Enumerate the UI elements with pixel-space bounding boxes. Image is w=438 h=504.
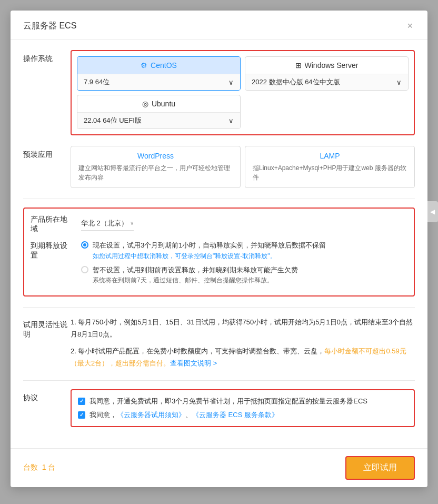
agreement-link-2[interactable]: 《云服务器 ECS 服务条款》 <box>192 411 278 419</box>
trial-button[interactable]: 立即试用 <box>345 456 415 480</box>
lamp-desc: 指Linux+Apache+Mysql+PHP用于建立web 服务器的软件 <box>253 163 407 182</box>
os-card-windows[interactable]: ⊞ Windows Server 2022 数据中心版 64位中文版 ∨ <box>245 56 409 91</box>
modal-body: 操作系统 ⚙ CentOS 7.9 64位 ∨ <box>11 39 427 448</box>
release-auto-text: 现在设置，试用3个月到期前1小时，自动释放实例，并知晓释放后数据不保留 <box>93 240 326 251</box>
agreement-item-2: 我同意，《云服务器试用须知》、《云服务器 ECS 服务条款》 <box>78 410 407 420</box>
modal-header: 云服务器 ECS × <box>11 11 427 39</box>
centos-icon: ⚙ <box>141 61 147 70</box>
release-option-manual[interactable]: 暂不设置，试用到期前再设置释放，并知晓到期未释放可能产生欠费 系统将在到期前7天… <box>81 265 407 285</box>
side-tab[interactable]: ◀ <box>427 201 438 222</box>
close-button[interactable]: × <box>405 19 415 33</box>
ubuntu-icon: ◎ <box>142 100 148 108</box>
preinstall-section: 预装应用 WordPress 建立网站和博客最流行的平台之一，用户可轻松地管理发… <box>23 146 415 188</box>
modal-title: 云服务器 ECS <box>23 21 76 32</box>
region-label: 产品所在地域 <box>31 215 73 234</box>
divider1 <box>23 199 415 199</box>
checkbox-2-icon[interactable] <box>78 411 85 419</box>
region-release-section: 产品所在地域 华北 2（北京） ∨ 到期释放设置 <box>23 207 415 297</box>
ubuntu-name: Ubuntu <box>152 100 175 108</box>
agreement-text-1: 我同意，开通免费试用，即3个月免费节省计划，用于抵扣页面指定配置的按量云服务器E… <box>89 397 367 406</box>
os-section: 操作系统 ⚙ CentOS 7.9 64位 ∨ <box>23 50 415 135</box>
agreement-link-1[interactable]: 《云服务器试用须知》 <box>117 411 185 419</box>
release-auto-sub: 如您试用过程中想取消释放，可登录控制台"释放设置-取消释放"。 <box>93 252 326 261</box>
os-card-ubuntu[interactable]: ◎ Ubuntu 22.04 64位 UEFI版 ∨ <box>77 95 241 129</box>
radio-manual-icon <box>81 266 88 273</box>
agreement-label: 协议 <box>23 389 71 403</box>
region-release-box: 产品所在地域 华北 2（北京） ∨ 到期释放设置 <box>23 207 415 297</box>
count-label: 台数 <box>23 463 38 471</box>
trial-line1: 1. 每月750小时，例如5月1日、15日、31日试用，均获得750小时，试用开… <box>71 316 415 341</box>
agreement-box: 我同意，开通免费试用，即3个月免费节省计划，用于抵扣页面指定配置的按量云服务器E… <box>71 389 415 427</box>
agreement-item-1: 我同意，开通免费试用，即3个月免费节省计划，用于抵扣页面指定配置的按量云服务器E… <box>78 397 407 406</box>
agreement-text-2: 我同意，《云服务器试用须知》、《云服务器 ECS 服务条款》 <box>89 410 278 420</box>
checkbox-1-icon[interactable] <box>78 398 85 405</box>
release-option-auto[interactable]: 现在设置，试用3个月到期前1小时，自动释放实例，并知晓释放后数据不保留 如您试用… <box>81 240 407 261</box>
windows-name: Windows Server <box>305 61 359 70</box>
release-row: 到期释放设置 现在设置，试用3个月到期前1小时，自动释放实例，并知晓释放后数据不… <box>31 240 407 289</box>
radio-auto-icon <box>81 241 88 249</box>
app-card-wordpress[interactable]: WordPress 建立网站和博客最流行的平台之一，用户可轻松地管理发布内容 <box>71 146 241 188</box>
divider2 <box>23 307 415 308</box>
os-card-centos[interactable]: ⚙ CentOS 7.9 64位 ∨ <box>77 56 241 91</box>
divider3 <box>23 380 415 381</box>
trial-highlight: 每小时金额不可超出0.59元（最大2台），超出部分需自付。 <box>71 347 406 367</box>
wordpress-title: WordPress <box>78 152 233 160</box>
trial-link[interactable]: 查看图文说明 > <box>170 359 217 367</box>
modal-footer: 台数 1 台 立即试用 <box>11 448 427 487</box>
centos-name: CentOS <box>151 61 177 70</box>
agreement-section: 协议 我同意，开通免费试用，即3个月免费节省计划，用于抵扣页面指定配置的按量云服… <box>23 389 415 427</box>
release-manual-text: 暂不设置，试用到期前再设置释放，并知晓到期未释放可能产生欠费 <box>93 265 298 275</box>
centos-version-select[interactable]: 7.9 64位 ∨ <box>77 74 240 90</box>
region-chevron-icon: ∨ <box>130 220 134 226</box>
trial-label: 试用灵活性说明 <box>23 316 71 339</box>
app-grid: WordPress 建立网站和博客最流行的平台之一，用户可轻松地管理发布内容 L… <box>71 146 415 188</box>
preinstall-label: 预装应用 <box>23 146 71 160</box>
wordpress-desc: 建立网站和博客最流行的平台之一，用户可轻松地管理发布内容 <box>78 163 233 182</box>
count-value: 1 台 <box>42 463 56 471</box>
lamp-title: LAMP <box>253 152 407 160</box>
region-select[interactable]: 华北 2（北京） ∨ <box>81 219 134 231</box>
footer-count: 台数 1 台 <box>23 463 55 472</box>
os-grid: ⚙ CentOS 7.9 64位 ∨ ⊞ Windows Server <box>71 50 415 135</box>
release-manual-sub: 系统将在到期前7天，通过短信、邮件、控制台提醒您操作释放。 <box>93 276 298 285</box>
release-label: 到期释放设置 <box>31 240 73 260</box>
ubuntu-version-select[interactable]: 22.04 64位 UEFI版 ∨ <box>77 112 240 129</box>
modal-container: 云服务器 ECS × 操作系统 ⚙ CentOS 7.9 64位 ∨ <box>11 11 427 487</box>
trial-line2: 2. 每小时试用产品配置，在免费小时数额度内，可支持临时调整台数、带宽、云盘，每… <box>71 345 415 370</box>
windows-version-select[interactable]: 2022 数据中心版 64位中文版 ∨ <box>245 74 408 90</box>
windows-icon: ⊞ <box>295 61 302 70</box>
app-card-lamp[interactable]: LAMP 指Linux+Apache+Mysql+PHP用于建立web 服务器的… <box>245 146 415 188</box>
region-row: 产品所在地域 华北 2（北京） ∨ <box>31 215 407 234</box>
os-label: 操作系统 <box>23 50 71 64</box>
trial-section: 试用灵活性说明 1. 每月750小时，例如5月1日、15日、31日试用，均获得7… <box>23 316 415 370</box>
region-value: 华北 2（北京） <box>81 219 128 228</box>
